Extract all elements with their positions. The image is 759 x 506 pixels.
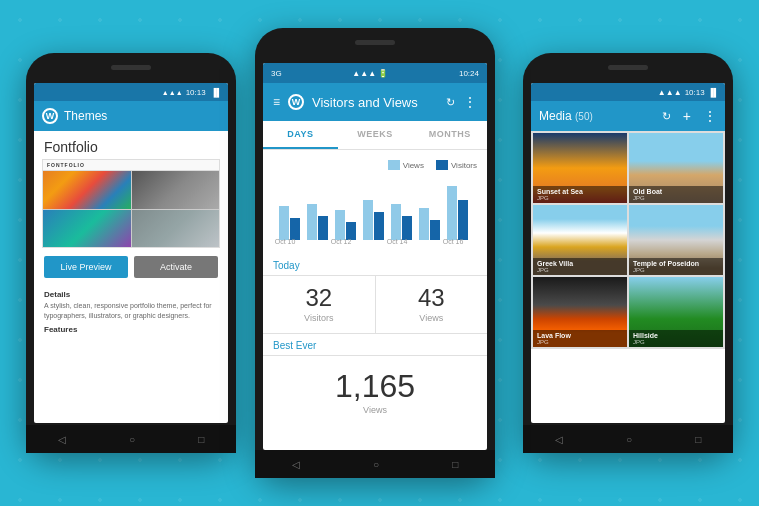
svg-rect-1 — [290, 218, 300, 240]
center-app-title: Visitors and Views — [312, 95, 438, 110]
media-info-extra: Hillside JPG — [629, 330, 723, 347]
best-ever-label: Best Ever — [263, 334, 487, 356]
phone-speaker-right — [608, 65, 648, 70]
features-label: Features — [44, 325, 218, 334]
theme-img-mosaic — [43, 210, 131, 248]
media-item-extra[interactable]: Hillside JPG — [629, 277, 723, 347]
back-nav-icon[interactable]: ◁ — [58, 434, 66, 445]
svg-rect-0 — [279, 206, 289, 240]
tab-months[interactable]: MONTHS — [412, 121, 487, 149]
best-ever-stats: 1,165 Views — [263, 356, 487, 419]
theme-actions: Live Preview Activate — [44, 256, 218, 278]
center-back-icon[interactable]: ◁ — [292, 459, 300, 470]
media-item-boat[interactable]: Old Boat JPG — [629, 133, 723, 203]
media-type-boat: JPG — [633, 195, 719, 201]
media-type-extra: JPG — [633, 339, 719, 345]
right-back-icon[interactable]: ◁ — [555, 434, 563, 445]
more-icon[interactable]: ⋮ — [463, 94, 477, 110]
views-legend-label: Views — [403, 161, 424, 170]
tab-days[interactable]: DAYS — [263, 121, 338, 149]
right-phone: ▲▲▲ 10:13 ▐▌ Media (50) ↻ + ⋮ Sunset at … — [523, 53, 733, 453]
details-text: A stylish, clean, responsive portfolio t… — [44, 301, 218, 321]
media-name-sunset: Sunset at Sea — [537, 188, 623, 195]
svg-rect-11 — [430, 220, 440, 240]
svg-rect-9 — [402, 216, 412, 240]
media-name-extra: Hillside — [633, 332, 719, 339]
svg-rect-12 — [447, 186, 457, 240]
left-phone: ▲▲▲ 10:13 ▐▌ W Themes Fontfolio FONTFOLI… — [26, 53, 236, 453]
left-signal-icon: ▲▲▲ — [162, 89, 183, 96]
center-time: 10:24 — [459, 69, 479, 78]
media-item-temple[interactable]: Temple of Poseidon JPG — [629, 205, 723, 275]
today-label: Today — [263, 254, 487, 276]
live-preview-button[interactable]: Live Preview — [44, 256, 128, 278]
views-legend-dot — [388, 160, 400, 170]
right-nav-bar: ◁ ○ □ — [523, 425, 733, 453]
svg-rect-6 — [363, 200, 373, 240]
media-info-villa: Greek Villa JPG — [533, 258, 627, 275]
media-more-icon[interactable]: ⋮ — [703, 108, 717, 124]
media-info-temple: Temple of Poseidon JPG — [629, 258, 723, 275]
media-info-boat: Old Boat JPG — [629, 186, 723, 203]
theme-name: Fontfolio — [34, 131, 228, 159]
visitors-legend-dot — [436, 160, 448, 170]
right-home-icon[interactable]: ○ — [626, 434, 632, 445]
activate-button[interactable]: Activate — [134, 256, 218, 278]
legend-views: Views — [388, 160, 424, 170]
right-signal: ▲▲▲ — [658, 88, 682, 97]
svg-text:Oct 16: Oct 16 — [443, 238, 464, 245]
media-type-temple: JPG — [633, 267, 719, 273]
phone-speaker-center — [355, 40, 395, 45]
phone-speaker-left — [111, 65, 151, 70]
center-phone: 3G ▲▲▲ 🔋 10:24 ≡ W Visitors and Views ↻ … — [255, 28, 495, 478]
media-type-lava: JPG — [537, 339, 623, 345]
left-status-bar: ▲▲▲ 10:13 ▐▌ — [34, 83, 228, 101]
center-phone-screen: 3G ▲▲▲ 🔋 10:24 ≡ W Visitors and Views ↻ … — [263, 63, 487, 450]
theme-image-grid — [43, 171, 219, 247]
center-recent-icon[interactable]: □ — [452, 459, 458, 470]
refresh-icon[interactable]: ↻ — [446, 96, 455, 109]
svg-rect-8 — [391, 204, 401, 240]
details-title: Details — [44, 290, 218, 299]
left-status-time: 10:13 — [186, 88, 206, 97]
fontfolio-preview: FONTFOLIO — [42, 159, 220, 248]
right-recent-icon[interactable]: □ — [695, 434, 701, 445]
visitors-count: 32 — [269, 286, 369, 310]
svg-rect-4 — [335, 210, 345, 240]
fontfolio-brand: FONTFOLIO — [43, 160, 219, 171]
media-info-sunset: Sunset at Sea JPG — [533, 186, 627, 203]
tab-weeks[interactable]: WEEKS — [338, 121, 413, 149]
legend-visitors: Visitors — [436, 160, 477, 170]
right-battery: ▐▌ — [708, 88, 719, 97]
media-item-villa[interactable]: Greek Villa JPG — [533, 205, 627, 275]
visitors-stat: 32 Visitors — [263, 276, 376, 333]
wp-logo-left: W — [42, 108, 58, 124]
chart-legend: Views Visitors — [273, 160, 477, 170]
best-ever-views-label: Views — [263, 405, 487, 415]
theme-img-bridge — [132, 210, 220, 248]
svg-rect-13 — [458, 200, 468, 240]
media-add-icon[interactable]: + — [683, 108, 691, 124]
media-item-lava[interactable]: Lava Flow JPG — [533, 277, 627, 347]
bar-chart: Oct 10 Oct 12 Oct 14 Oct 16 — [273, 176, 477, 246]
svg-text:Oct 10: Oct 10 — [275, 238, 296, 245]
center-app-bar: ≡ W Visitors and Views ↻ ⋮ — [263, 83, 487, 121]
best-ever-count: 1,165 — [263, 370, 487, 402]
center-signal: ▲▲▲ 🔋 — [352, 69, 388, 78]
recent-nav-icon[interactable]: □ — [198, 434, 204, 445]
media-item-sunset[interactable]: Sunset at Sea JPG — [533, 133, 627, 203]
views-label: Views — [382, 313, 482, 323]
home-nav-icon[interactable]: ○ — [129, 434, 135, 445]
wp-logo-center: W — [288, 94, 304, 110]
svg-rect-7 — [374, 212, 384, 240]
hamburger-icon[interactable]: ≡ — [273, 95, 280, 109]
visitors-label: Visitors — [269, 313, 369, 323]
media-info-lava: Lava Flow JPG — [533, 330, 627, 347]
center-home-icon[interactable]: ○ — [373, 459, 379, 470]
svg-text:Oct 12: Oct 12 — [331, 238, 352, 245]
center-tabs: DAYS WEEKS MONTHS — [263, 121, 487, 150]
right-time: 10:13 — [685, 88, 705, 97]
media-refresh-icon[interactable]: ↻ — [662, 110, 671, 123]
left-phone-screen: ▲▲▲ 10:13 ▐▌ W Themes Fontfolio FONTFOLI… — [34, 83, 228, 423]
svg-rect-3 — [318, 216, 328, 240]
